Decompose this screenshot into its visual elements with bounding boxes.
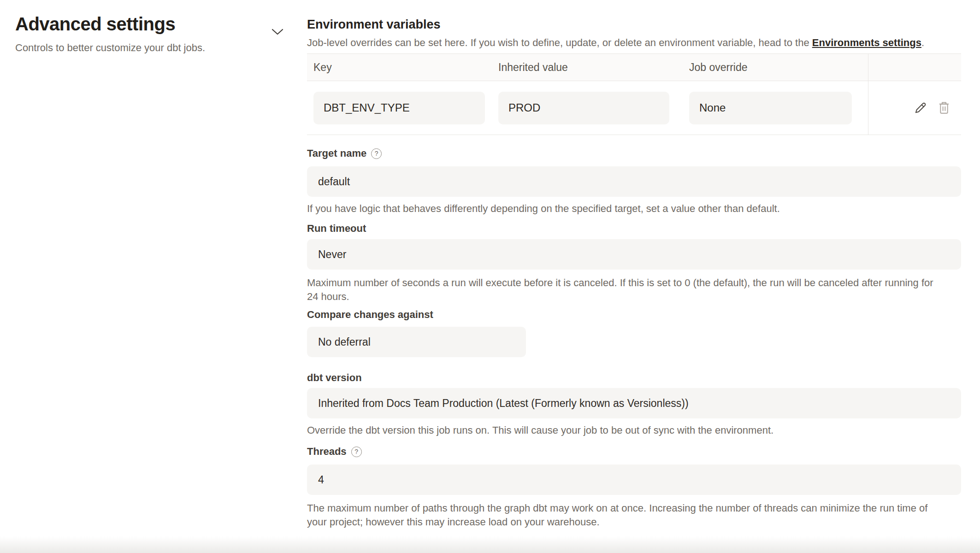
dbt-version-help: Override the dbt version this job runs o…: [307, 424, 961, 437]
edit-env-var-button[interactable]: [913, 101, 927, 115]
trash-icon: [938, 100, 950, 115]
env-var-job-override-value: None: [689, 92, 852, 124]
column-header-job-override: Job override: [689, 54, 868, 81]
column-header-actions: [868, 54, 961, 81]
page-subtitle: Controls to better customize your dbt jo…: [15, 42, 273, 54]
target-name-help: If you have logic that behaves different…: [307, 202, 961, 216]
env-vars-table: Key Inherited value Job override DBT_ENV…: [307, 53, 961, 135]
env-vars-table-header: Key Inherited value Job override: [307, 54, 961, 81]
threads-label-row: Threads ?: [307, 446, 961, 458]
env-vars-title: Environment variables: [307, 18, 441, 32]
column-header-inherited-value: Inherited value: [498, 54, 689, 81]
field-threads: Threads ? 4 The maximum number of paths …: [307, 446, 961, 529]
environments-settings-link[interactable]: Environments settings: [812, 37, 921, 48]
cell-inherited-value: PROD: [498, 81, 689, 135]
column-header-key: Key: [307, 54, 498, 81]
cell-job-override: None: [689, 81, 868, 135]
pencil-icon: [913, 101, 927, 115]
help-icon[interactable]: ?: [371, 148, 382, 159]
threads-help-line2: your project; however this may increase …: [307, 515, 961, 529]
field-target-name: Target name ? default If you have logic …: [307, 147, 961, 216]
env-var-inherited-value: PROD: [498, 92, 669, 124]
run-timeout-label: Run timeout: [307, 223, 366, 235]
dbt-version-label-row: dbt version: [307, 372, 961, 384]
field-run-timeout: Run timeout Never Maximum number of seco…: [307, 223, 961, 304]
dbt-version-input[interactable]: Inherited from Docs Team Production (Lat…: [307, 388, 961, 418]
field-compare-changes: Compare changes against No deferral: [307, 309, 526, 357]
env-vars-description: Job-level overrides can be set here. If …: [307, 37, 961, 49]
target-name-label: Target name: [307, 147, 366, 159]
run-timeout-input[interactable]: Never: [307, 239, 961, 270]
threads-help-line1: The maximum number of paths through the …: [307, 501, 961, 515]
env-vars-description-text: Job-level overrides can be set here. If …: [307, 37, 812, 48]
threads-input[interactable]: 4: [307, 465, 961, 495]
advanced-settings-page: Advanced settings Controls to better cus…: [0, 0, 980, 553]
help-icon[interactable]: ?: [351, 447, 362, 457]
section-header: Advanced settings Controls to better cus…: [15, 14, 273, 54]
run-timeout-help: Maximum number of seconds a run will exe…: [307, 276, 961, 304]
cell-actions: [868, 81, 961, 135]
target-name-label-row: Target name ?: [307, 147, 961, 159]
page-title: Advanced settings: [15, 14, 273, 35]
bottom-scroll-fade: [0, 536, 980, 553]
env-vars-description-period: .: [921, 37, 924, 48]
compare-changes-label-row: Compare changes against: [307, 309, 526, 321]
env-var-key-value: DBT_ENV_TYPE: [313, 92, 485, 124]
dbt-version-label: dbt version: [307, 372, 362, 384]
threads-help: The maximum number of paths through the …: [307, 501, 961, 529]
run-timeout-label-row: Run timeout: [307, 223, 961, 235]
run-timeout-help-line2: 24 hours.: [307, 290, 961, 304]
delete-env-var-button[interactable]: [938, 100, 950, 115]
compare-changes-label: Compare changes against: [307, 309, 433, 321]
threads-label: Threads: [307, 446, 347, 458]
run-timeout-help-line1: Maximum number of seconds a run will exe…: [307, 276, 961, 290]
collapse-section-button[interactable]: [270, 24, 285, 40]
cell-key: DBT_ENV_TYPE: [307, 81, 498, 135]
table-row: DBT_ENV_TYPE PROD None: [307, 81, 961, 135]
target-name-input[interactable]: default: [307, 166, 961, 197]
field-dbt-version: dbt version Inherited from Docs Team Pro…: [307, 372, 961, 437]
chevron-down-icon: [272, 28, 283, 35]
compare-changes-input[interactable]: No deferral: [307, 327, 526, 357]
